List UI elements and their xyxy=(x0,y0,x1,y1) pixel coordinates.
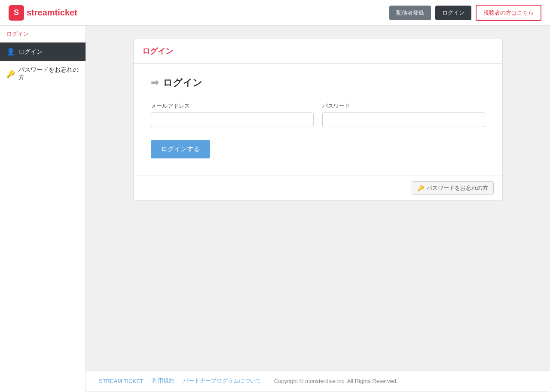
card-title: ログイン xyxy=(142,47,173,55)
key-icon-footer: 🔑 xyxy=(417,185,424,191)
forgot-password-link[interactable]: 🔑 パスワードをお忘れの方 xyxy=(412,181,494,195)
viewer-link-button[interactable]: 視聴者の方はこちら xyxy=(476,5,541,21)
key-icon: 🔑 xyxy=(6,70,15,78)
main-content: ログイン ➡ ログイン メールアドレス パスワード ログインする 🔑 xyxy=(86,26,550,371)
login-card: ログイン ➡ ログイン メールアドレス パスワード ログインする 🔑 xyxy=(133,39,503,201)
sidebar-item-login[interactable]: 👤 ログイン xyxy=(0,43,86,61)
login-heading: ➡ ログイン xyxy=(151,76,485,89)
password-field-group: パスワード xyxy=(322,102,485,127)
card-header: ログイン xyxy=(134,39,502,64)
password-label: パスワード xyxy=(322,102,485,110)
header: S streamticket 配信者登録 ログイン 視聴者の方はこちら xyxy=(0,0,550,26)
logo-text: streamticket xyxy=(27,8,77,18)
breadcrumb: ログイン xyxy=(0,26,86,43)
card-body: ➡ ログイン メールアドレス パスワード ログインする xyxy=(134,64,502,176)
footer: STREAM TICKET 利用規約 パートナープログラムについて Copyri… xyxy=(86,371,550,391)
card-footer: 🔑 パスワードをお忘れの方 xyxy=(134,176,502,200)
sidebar-item-forgot-password[interactable]: 🔑 パスワードをお忘れの方 xyxy=(0,61,86,87)
email-label: メールアドレス xyxy=(151,102,314,110)
footer-copyright: Copyright © monsterdive inc. All Rights … xyxy=(274,378,398,384)
email-field-group: メールアドレス xyxy=(151,102,314,127)
sidebar-item-login-label: ログイン xyxy=(18,48,43,56)
user-icon: 👤 xyxy=(6,48,15,56)
login-button-header[interactable]: ログイン xyxy=(435,6,471,20)
login-heading-text: ログイン xyxy=(163,76,202,89)
form-row: メールアドレス パスワード xyxy=(151,102,485,127)
broadcaster-register-button[interactable]: 配信者登録 xyxy=(389,6,431,20)
logo[interactable]: S streamticket xyxy=(9,5,77,21)
password-input[interactable] xyxy=(322,112,485,127)
forgot-password-label: パスワードをお忘れの方 xyxy=(427,184,488,192)
email-input[interactable] xyxy=(151,112,314,127)
logo-icon: S xyxy=(9,5,24,21)
footer-partner-link[interactable]: パートナープログラムについて xyxy=(183,377,261,385)
footer-terms-link[interactable]: 利用規約 xyxy=(152,377,174,385)
login-submit-button[interactable]: ログインする xyxy=(151,140,210,158)
footer-brand-link[interactable]: STREAM TICKET xyxy=(99,378,144,384)
header-nav: 配信者登録 ログイン 視聴者の方はこちら xyxy=(389,5,541,21)
sidebar: ログイン 👤 ログイン 🔑 パスワードをお忘れの方 xyxy=(0,26,86,392)
login-arrow-icon: ➡ xyxy=(151,77,159,88)
sidebar-item-forgot-label: パスワードをお忘れの方 xyxy=(18,66,79,82)
